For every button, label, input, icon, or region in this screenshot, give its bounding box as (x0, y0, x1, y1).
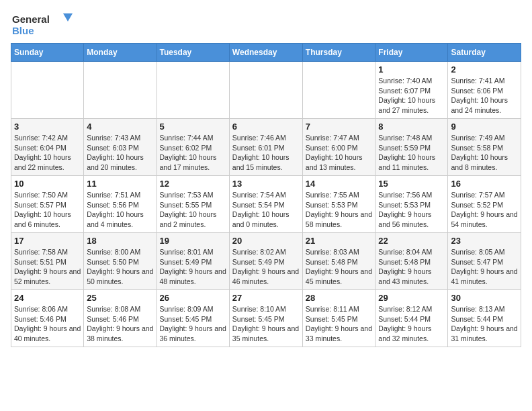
day-number: 9 (451, 122, 518, 132)
day-number: 18 (87, 236, 153, 246)
day-info: Sunrise: 8:00 AM Sunset: 5:50 PM Dayligh… (87, 247, 153, 287)
day-info: Sunrise: 8:12 AM Sunset: 5:44 PM Dayligh… (378, 304, 445, 344)
day-number: 25 (87, 293, 153, 303)
day-cell: 4Sunrise: 7:43 AM Sunset: 6:03 PM Daylig… (84, 119, 157, 176)
day-cell: 15Sunrise: 7:56 AM Sunset: 5:53 PM Dayli… (375, 176, 448, 233)
day-cell (11, 62, 84, 119)
day-info: Sunrise: 8:08 AM Sunset: 5:46 PM Dayligh… (87, 304, 153, 344)
day-cell: 2Sunrise: 7:41 AM Sunset: 6:06 PM Daylig… (448, 62, 521, 119)
svg-text:General: General (12, 13, 50, 25)
day-info: Sunrise: 7:46 AM Sunset: 6:01 PM Dayligh… (232, 133, 300, 173)
calendar-body: 1Sunrise: 7:40 AM Sunset: 6:07 PM Daylig… (11, 62, 521, 347)
day-info: Sunrise: 7:44 AM Sunset: 6:02 PM Dayligh… (160, 133, 226, 173)
day-number: 24 (14, 293, 81, 303)
calendar-table: SundayMondayTuesdayWednesdayThursdayFrid… (11, 43, 521, 347)
day-cell: 27Sunrise: 8:10 AM Sunset: 5:45 PM Dayli… (229, 290, 302, 347)
header-cell-tuesday: Tuesday (157, 44, 229, 62)
day-number: 20 (232, 236, 300, 246)
day-info: Sunrise: 8:02 AM Sunset: 5:49 PM Dayligh… (232, 247, 300, 287)
day-info: Sunrise: 8:06 AM Sunset: 5:46 PM Dayligh… (14, 304, 81, 344)
day-info: Sunrise: 7:57 AM Sunset: 5:52 PM Dayligh… (451, 190, 518, 230)
svg-text:Blue: Blue (12, 25, 34, 36)
day-number: 23 (451, 236, 518, 246)
day-number: 12 (160, 179, 226, 189)
header-cell-sunday: Sunday (11, 44, 84, 62)
day-cell: 18Sunrise: 8:00 AM Sunset: 5:50 PM Dayli… (84, 233, 157, 290)
day-cell: 5Sunrise: 7:44 AM Sunset: 6:02 PM Daylig… (157, 119, 229, 176)
week-row-3: 10Sunrise: 7:50 AM Sunset: 5:57 PM Dayli… (11, 176, 521, 233)
svg-marker-2 (63, 13, 73, 21)
day-number: 22 (378, 236, 445, 246)
day-cell: 10Sunrise: 7:50 AM Sunset: 5:57 PM Dayli… (11, 176, 84, 233)
calendar-header: SundayMondayTuesdayWednesdayThursdayFrid… (11, 44, 521, 62)
day-number: 28 (306, 293, 373, 303)
logo-svg: GeneralBlue (11, 11, 78, 38)
day-number: 13 (232, 179, 300, 189)
day-number: 27 (232, 293, 300, 303)
day-info: Sunrise: 7:51 AM Sunset: 5:56 PM Dayligh… (87, 190, 153, 230)
day-number: 15 (378, 179, 445, 189)
day-cell: 13Sunrise: 7:54 AM Sunset: 5:54 PM Dayli… (229, 176, 302, 233)
day-cell (302, 62, 375, 119)
week-row-4: 17Sunrise: 7:58 AM Sunset: 5:51 PM Dayli… (11, 233, 521, 290)
day-number: 11 (87, 179, 153, 189)
day-cell: 17Sunrise: 7:58 AM Sunset: 5:51 PM Dayli… (11, 233, 84, 290)
day-number: 17 (14, 236, 81, 246)
day-info: Sunrise: 8:13 AM Sunset: 5:44 PM Dayligh… (451, 304, 518, 344)
page-header: GeneralBlue (11, 11, 521, 38)
day-cell: 16Sunrise: 7:57 AM Sunset: 5:52 PM Dayli… (448, 176, 521, 233)
day-info: Sunrise: 7:54 AM Sunset: 5:54 PM Dayligh… (232, 190, 300, 230)
day-number: 10 (14, 179, 81, 189)
day-info: Sunrise: 8:10 AM Sunset: 5:45 PM Dayligh… (232, 304, 300, 344)
day-cell (229, 62, 302, 119)
day-info: Sunrise: 7:50 AM Sunset: 5:57 PM Dayligh… (14, 190, 81, 230)
day-info: Sunrise: 8:09 AM Sunset: 5:45 PM Dayligh… (160, 304, 226, 344)
day-cell: 28Sunrise: 8:11 AM Sunset: 5:45 PM Dayli… (302, 290, 375, 347)
day-info: Sunrise: 7:56 AM Sunset: 5:53 PM Dayligh… (378, 190, 445, 230)
day-number: 1 (378, 64, 445, 75)
day-info: Sunrise: 8:11 AM Sunset: 5:45 PM Dayligh… (306, 304, 373, 344)
day-number: 2 (451, 64, 518, 75)
day-cell: 29Sunrise: 8:12 AM Sunset: 5:44 PM Dayli… (375, 290, 448, 347)
header-cell-saturday: Saturday (448, 44, 521, 62)
day-number: 26 (160, 293, 226, 303)
day-cell: 30Sunrise: 8:13 AM Sunset: 5:44 PM Dayli… (448, 290, 521, 347)
day-cell: 26Sunrise: 8:09 AM Sunset: 5:45 PM Dayli… (157, 290, 229, 347)
day-cell: 14Sunrise: 7:55 AM Sunset: 5:53 PM Dayli… (302, 176, 375, 233)
day-info: Sunrise: 8:04 AM Sunset: 5:48 PM Dayligh… (378, 247, 445, 287)
day-cell: 25Sunrise: 8:08 AM Sunset: 5:46 PM Dayli… (84, 290, 157, 347)
day-cell: 24Sunrise: 8:06 AM Sunset: 5:46 PM Dayli… (11, 290, 84, 347)
day-number: 16 (451, 179, 518, 189)
header-row: SundayMondayTuesdayWednesdayThursdayFrid… (11, 44, 521, 62)
header-cell-wednesday: Wednesday (229, 44, 302, 62)
week-row-5: 24Sunrise: 8:06 AM Sunset: 5:46 PM Dayli… (11, 290, 521, 347)
day-info: Sunrise: 7:53 AM Sunset: 5:55 PM Dayligh… (160, 190, 226, 230)
header-cell-friday: Friday (375, 44, 448, 62)
week-row-1: 1Sunrise: 7:40 AM Sunset: 6:07 PM Daylig… (11, 62, 521, 119)
header-cell-monday: Monday (84, 44, 157, 62)
day-info: Sunrise: 7:40 AM Sunset: 6:07 PM Dayligh… (378, 76, 445, 116)
day-number: 29 (378, 293, 445, 303)
day-cell: 9Sunrise: 7:49 AM Sunset: 5:58 PM Daylig… (448, 119, 521, 176)
week-row-2: 3Sunrise: 7:42 AM Sunset: 6:04 PM Daylig… (11, 119, 521, 176)
day-info: Sunrise: 7:55 AM Sunset: 5:53 PM Dayligh… (306, 190, 373, 230)
day-number: 8 (378, 122, 445, 132)
day-cell: 11Sunrise: 7:51 AM Sunset: 5:56 PM Dayli… (84, 176, 157, 233)
day-info: Sunrise: 7:48 AM Sunset: 5:59 PM Dayligh… (378, 133, 445, 173)
day-info: Sunrise: 7:58 AM Sunset: 5:51 PM Dayligh… (14, 247, 81, 287)
day-info: Sunrise: 8:03 AM Sunset: 5:48 PM Dayligh… (306, 247, 373, 287)
day-number: 19 (160, 236, 226, 246)
day-cell: 6Sunrise: 7:46 AM Sunset: 6:01 PM Daylig… (229, 119, 302, 176)
day-number: 5 (160, 122, 226, 132)
day-info: Sunrise: 8:01 AM Sunset: 5:49 PM Dayligh… (160, 247, 226, 287)
day-cell: 22Sunrise: 8:04 AM Sunset: 5:48 PM Dayli… (375, 233, 448, 290)
day-number: 6 (232, 122, 300, 132)
day-info: Sunrise: 7:41 AM Sunset: 6:06 PM Dayligh… (451, 76, 518, 116)
day-cell: 7Sunrise: 7:47 AM Sunset: 6:00 PM Daylig… (302, 119, 375, 176)
day-number: 4 (87, 122, 153, 132)
day-cell (84, 62, 157, 119)
day-number: 21 (306, 236, 373, 246)
day-cell: 12Sunrise: 7:53 AM Sunset: 5:55 PM Dayli… (157, 176, 229, 233)
day-info: Sunrise: 7:43 AM Sunset: 6:03 PM Dayligh… (87, 133, 153, 173)
header-cell-thursday: Thursday (302, 44, 375, 62)
